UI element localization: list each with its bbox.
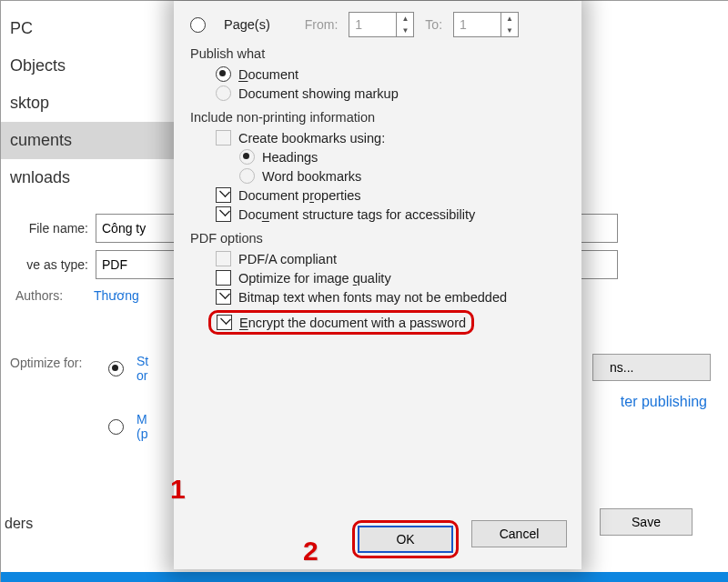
create-bookmarks-checkbox [216, 130, 231, 146]
options-button[interactable]: ns... [592, 354, 711, 381]
bitmap-text-checkbox[interactable] [216, 289, 231, 305]
optimize-option-minimum[interactable]: M (p [108, 412, 147, 441]
word-bookmarks-radio [239, 168, 255, 184]
radio-icon [108, 361, 124, 376]
optimize-option-standard[interactable]: St or [108, 354, 148, 383]
nav-item-documents[interactable]: cuments [1, 122, 174, 159]
folders-label[interactable]: ders [5, 516, 33, 532]
spinner-up-icon[interactable]: ▲ [501, 13, 518, 25]
optimizefor-label: Optimize for: [10, 356, 82, 370]
publish-markup-radio [216, 85, 231, 101]
save-button[interactable]: Save [600, 508, 693, 536]
from-label: From: [305, 17, 339, 32]
publish-what-heading: Publish what [190, 46, 572, 61]
nav-list: PC Objects sktop cuments wnloads [1, 10, 174, 196]
create-bookmarks-label: Create bookmarks using: [238, 131, 385, 146]
encrypt-highlight: Encrypt the document with a password [208, 310, 474, 335]
to-spinner[interactable]: 1 ▲▼ [453, 12, 519, 37]
ok-button[interactable]: OK [358, 526, 453, 553]
publish-markup-label: Document showing markup [238, 86, 399, 101]
spinner-down-icon[interactable]: ▼ [501, 25, 518, 36]
radio-icon [108, 419, 124, 435]
headings-radio [239, 149, 255, 165]
bitmap-text-label: Bitmap text when fonts may not be embedd… [238, 290, 507, 305]
modal-button-row: OK Cancel [352, 520, 567, 558]
nav-item-desktop[interactable]: sktop [1, 85, 174, 122]
pages-radio-label: Page(s) [224, 17, 270, 32]
ok-highlight: OK [352, 520, 459, 558]
spinner-down-icon[interactable]: ▼ [397, 25, 413, 36]
pdfa-label: PDF/A compliant [238, 252, 337, 266]
encrypt-password-label: Encrypt the document with a password [239, 316, 466, 330]
optimize-image-label: Optimize for image quality [238, 271, 391, 286]
optimize-image-checkbox[interactable] [216, 270, 231, 286]
nav-item-downloads[interactable]: wnloads [1, 159, 174, 196]
doc-properties-label: Document properties [238, 188, 361, 203]
encrypt-password-checkbox[interactable] [217, 315, 232, 330]
annotation-1: 1 [170, 474, 186, 505]
doc-structure-label: Document structure tags for accessibilit… [238, 207, 475, 222]
doc-properties-checkbox[interactable] [216, 187, 231, 203]
pdf-options-dialog: Page(s) From: 1 ▲▼ To: 1 ▲▼ Publish what… [174, 1, 581, 569]
authors-label: Authors: [15, 288, 63, 303]
publish-document-radio[interactable] [216, 66, 231, 82]
authors-value[interactable]: Thương [94, 288, 139, 303]
include-nonprinting-heading: Include non-printing information [190, 110, 572, 125]
annotation-2: 2 [303, 536, 318, 567]
word-bookmarks-label: Word bookmarks [262, 169, 361, 184]
statusbar [1, 572, 728, 582]
open-after-publishing-label: ter publishing [621, 394, 707, 410]
nav-item-pc[interactable]: PC [1, 10, 174, 47]
pages-radio[interactable] [190, 17, 206, 33]
nav-item-objects[interactable]: Objects [1, 47, 174, 85]
doc-structure-checkbox[interactable] [216, 206, 231, 222]
headings-label: Headings [262, 150, 318, 165]
filename-label: File name: [5, 221, 88, 236]
pdf-options-heading: PDF options [190, 231, 572, 246]
spinner-up-icon[interactable]: ▲ [397, 13, 413, 25]
publish-document-label: Document [238, 67, 298, 82]
to-label: To: [425, 17, 442, 32]
cancel-button[interactable]: Cancel [471, 520, 567, 547]
saveastype-label: ve as type: [5, 257, 88, 272]
from-spinner[interactable]: 1 ▲▼ [349, 12, 414, 37]
pdfa-checkbox [216, 251, 231, 266]
